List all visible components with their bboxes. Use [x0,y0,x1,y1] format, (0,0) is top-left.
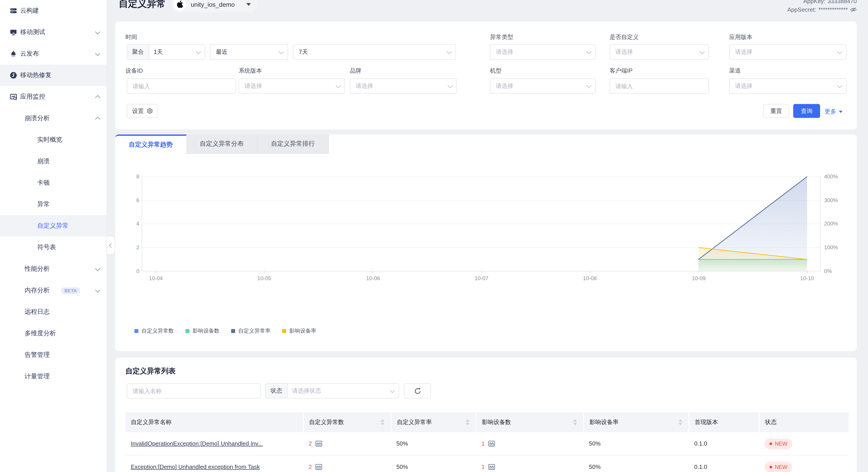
sidebar-item-label: 实时概览 [37,136,62,144]
app-credentials: AppKey: 333388470 AppSecret: ***********… [787,0,857,14]
name-search-field[interactable] [127,387,260,395]
exception-name-link[interactable]: Exception:[Demo] Unhandled exception fro… [131,464,260,470]
app-selector[interactable]: unity_ios_demo [172,0,257,12]
sidebar-item-app-monitoring[interactable]: 应用监控 [0,86,106,108]
sidebar-item-cloud-release[interactable]: 云发布 [0,43,106,64]
exception-type-select[interactable]: 请选择 [490,45,596,60]
name-search-input[interactable] [127,383,261,399]
sidebar-item-memory-analysis[interactable]: 内存分析 BETA [0,280,106,301]
legend-custom-exception-rate[interactable]: 自定义异常率 [231,327,271,335]
sidebar-item-crash[interactable]: 崩溃 [0,151,106,172]
device-id-input[interactable] [127,79,236,94]
sidebar-item-mobile-hotfix[interactable]: 移动热修复 [0,64,106,86]
sidebar-item-metering-management[interactable]: 计量管理 [0,366,106,387]
client-ip-field[interactable] [610,82,709,90]
sidebar-item-symbol-table[interactable]: 符号表 [0,237,106,258]
sort-caret-icon[interactable] [573,419,577,425]
exception-type-label: 异常类型 [490,33,513,41]
col-exception-name: 自定义异常名称 [125,412,303,432]
sidebar-item-remote-log[interactable]: 远程日志 [0,301,106,323]
client-ip-input[interactable] [610,79,709,94]
sidebar-item-label: 符号表 [37,243,56,252]
col-exception-rate[interactable]: 自定义异常率 [391,412,476,432]
refresh-icon [414,387,421,394]
os-version-select[interactable]: 请选择 [239,79,345,94]
chevron-down-icon [390,388,395,393]
collapse-sidebar-icon[interactable] [107,236,115,254]
sidebar-item-custom-exception[interactable]: 自定义异常 [0,215,106,237]
more-button[interactable]: 更多 [825,108,842,116]
filter-panel: 时间 聚合 1天 最近 7天 异常类型 请选择 是否自定义 请选择 应用版本 请… [115,22,857,129]
sidebar-item-mobile-testing[interactable]: 移动测试 [0,22,106,43]
is-custom-select[interactable]: 请选择 [610,45,709,60]
affected-device-rate: 50% [589,464,600,470]
exception-name-link[interactable]: InvalidOperationException:[Demo] Unhandl… [131,440,263,447]
channel-select[interactable]: 请选择 [729,79,846,94]
x-tick: 10-06 [366,275,380,282]
app-version-select[interactable]: 请选择 [729,45,846,60]
exception-count: 2 [309,440,312,447]
brand-label: 品牌 [350,67,362,75]
sidebar-item-performance-analysis[interactable]: 性能分析 [0,258,106,280]
sidebar-item-label: 云发布 [20,50,39,58]
col-first-version: 首现版本 [689,412,759,432]
sort-caret-icon[interactable] [679,419,682,425]
eye-off-icon[interactable] [850,6,857,13]
legend-custom-exception-count[interactable]: 自定义异常数 [134,327,174,335]
query-button[interactable]: 查询 [793,104,820,118]
refresh-button[interactable] [404,383,431,399]
appkey-row: AppKey: 333388470 [787,0,857,5]
trend-panel: 自定义异常趋势 自定义异常分布 自定义异常排行 [115,135,857,351]
chevron-down-icon [95,287,100,293]
status-select[interactable]: 状态 请选择状态 [265,383,399,399]
sidebar-item-cloud-build[interactable]: 云构建 [0,0,106,22]
page-title: 自定义异常 [119,0,166,10]
sidebar-item-freeze[interactable]: 卡顿 [0,172,106,194]
legend-affected-device-rate[interactable]: 影响设备率 [282,327,316,335]
sidebar-item-exception[interactable]: 异常 [0,194,106,215]
y-left-tick: 8 [136,174,139,180]
trend-mini-chart-icon[interactable] [488,464,495,470]
trend-mini-chart-icon[interactable] [488,440,495,447]
device-id-field[interactable] [127,82,236,90]
range-value: 7天 [293,48,308,56]
chevron-down-icon [196,49,201,54]
col-affected-devices[interactable]: 影响设备数 [476,412,584,432]
app-monitor-icon [10,93,17,100]
y-left-tick: 4 [136,220,139,227]
chevron-down-icon [448,83,453,88]
page: 云构建 移动测试 云发布 移动热修复 应用监控 [0,0,868,472]
time-range-mode-select[interactable]: 最近 [210,45,288,60]
chevron-down-icon [837,49,842,54]
sidebar-item-label: 内存分析 [25,287,50,295]
sidebar-item-multidimensional-analysis[interactable]: 多维度分析 [0,323,106,344]
chevron-down-icon [700,49,705,54]
sidebar-item-label: 计量管理 [25,373,50,381]
reset-button[interactable]: 重置 [763,104,789,118]
sort-caret-icon[interactable] [466,419,469,425]
sidebar-item-realtime-overview[interactable]: 实时概览 [0,129,106,151]
status-badge: NEW [765,438,792,449]
trend-mini-chart-icon[interactable] [315,440,322,447]
sidebar-item-label: 移动测试 [20,28,45,36]
sidebar-item-crash-analysis[interactable]: 崩溃分析 [0,108,106,129]
x-tick: 10-05 [257,275,271,282]
settings-button[interactable]: 设置 [127,104,158,118]
sidebar-item-alert-management[interactable]: 告警管理 [0,344,106,366]
trend-mini-chart-icon[interactable] [315,464,322,470]
legend-swatch [134,329,138,333]
x-tick: 10-04 [149,275,163,282]
time-range-select[interactable]: 7天 [293,45,456,60]
col-affected-device-rate[interactable]: 影响设备率 [584,412,689,432]
device-model-select[interactable]: 请选择 [490,79,596,94]
legend-swatch [185,329,189,333]
brand-select[interactable]: 请选择 [350,79,457,94]
col-exception-count[interactable]: 自定义异常数 [303,412,391,432]
chevron-down-icon [587,83,592,88]
time-aggregate-select[interactable]: 聚合 1天 [127,45,205,60]
appkey-label: AppKey: [804,0,826,5]
legend-affected-devices[interactable]: 影响设备数 [185,327,219,335]
y-right-tick: 400% [824,174,838,180]
sort-caret-icon[interactable] [381,419,384,425]
sidebar-item-label: 崩溃分析 [25,114,50,122]
